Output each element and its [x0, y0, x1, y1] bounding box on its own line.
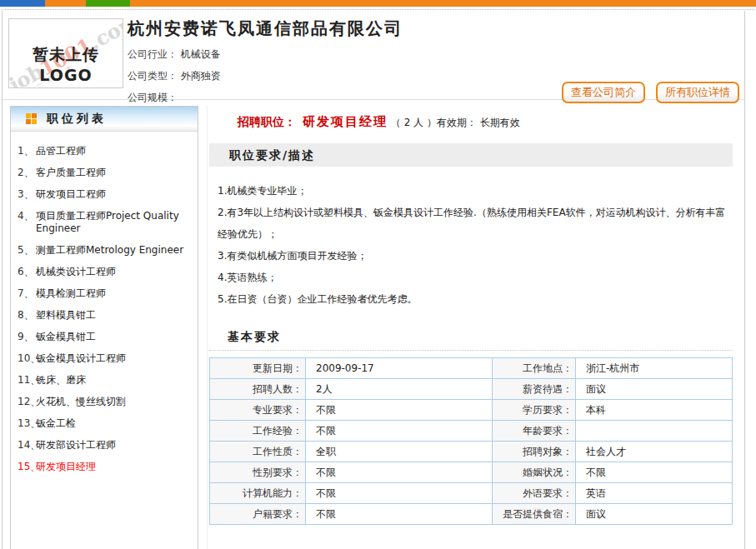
company-logo-placeholder: job1001.com 一览英才 暂未上传LOGO [8, 18, 123, 88]
item-number: 6、 [13, 266, 36, 278]
item-number: 14、 [13, 439, 36, 452]
headcount: （ 2 人 ） [391, 117, 437, 128]
job-list-item[interactable]: 8、塑料模具钳工 [13, 309, 193, 322]
job-list-item[interactable]: 13、钣金工检 [13, 417, 193, 430]
topbar-orange-segment-long [130, 0, 756, 7]
job-title-row: 招聘职位：研发项目经理 （ 2 人 ）有效期： 长期有效 [238, 114, 733, 130]
item-number: 12、 [13, 396, 36, 408]
job-list-item[interactable]: 2、客户质量工程师 [13, 167, 193, 179]
row-label: 学历要求： [493, 400, 576, 421]
row-value: 2人 [306, 379, 493, 400]
row-label: 婚姻状况： [493, 462, 576, 483]
requirement-line: 5.在日资（台资）企业工作经验者优先考虑。 [218, 288, 726, 310]
view-company-profile-button[interactable]: 查看公司简介 [562, 82, 645, 103]
row-value: 不限 [306, 483, 493, 504]
item-number: 1、 [13, 145, 36, 157]
item-number: 7、 [13, 287, 36, 300]
topbar-green-segment [86, 0, 130, 7]
basic-requirements-table: 更新日期： 2009-09-17 工作地点： 浙江-杭州市 招聘人数： 2人 薪… [209, 357, 733, 525]
job-list-item[interactable]: 11、铣床、磨床 [13, 374, 193, 387]
job-list-item-current[interactable]: 15、研发项目经理 [13, 461, 193, 473]
job-list-header: 职位列表 [11, 107, 198, 132]
row-label: 工作地点： [493, 358, 576, 379]
row-value: 面议 [576, 379, 733, 400]
requirements-text: 1.机械类专业毕业； 2.有3年以上结构设计或塑料模具、钣金模具设计工作经验.（… [218, 180, 726, 310]
row-value: 英语 [576, 483, 733, 504]
table-row: 性别要求： 不限 婚姻状况： 不限 [210, 462, 733, 483]
item-number: 8、 [13, 309, 36, 322]
table-row: 工作经验： 不限 年龄要求： [210, 421, 733, 442]
row-value: 浙江-杭州市 [576, 358, 733, 379]
row-label: 外语要求： [493, 483, 576, 504]
row-label: 招聘人数： [210, 379, 306, 400]
job-list-item[interactable]: 14、研发部设计工程师 [13, 439, 193, 452]
job-list-item[interactable]: 12、火花机、慢丝线切割 [13, 396, 193, 408]
row-value: 社会人才 [576, 442, 733, 462]
dotted-divider [209, 350, 733, 351]
row-label: 招聘对象： [493, 442, 576, 462]
row-label: 年龄要求： [493, 421, 576, 442]
row-label: 更新日期： [210, 358, 306, 379]
row-value: 不限 [306, 400, 493, 421]
field-label: 公司类型： [128, 70, 178, 82]
row-label: 工作经验： [210, 421, 306, 442]
row-label: 薪资待遇： [493, 379, 576, 400]
table-row: 户籍要求： 不限 是否提供食宿： 面议 [210, 504, 733, 525]
job-list-item[interactable]: 9、钣金模具钳工 [13, 331, 193, 343]
job-list-item[interactable]: 5、测量工程师Metrology Engineer [13, 244, 193, 257]
topbar-blue-segment [0, 0, 45, 7]
job-list: 1、品管工程师 2、客户质量工程师 3、研发项目工程师 4、项目质量工程师Pro… [11, 132, 198, 473]
item-number: 2、 [13, 167, 36, 179]
job-list-item[interactable]: 3、研发项目工程师 [13, 188, 193, 201]
item-number: 10、 [13, 352, 36, 365]
header-buttons: 查看公司简介 所有职位详情 [555, 82, 739, 103]
main-area: 职位列表 1、品管工程师 2、客户质量工程师 3、研发项目工程师 4、项目质量工… [3, 100, 744, 549]
all-jobs-button[interactable]: 所有职位详情 [656, 82, 739, 103]
item-label: 测量工程师Metrology Engineer [36, 244, 193, 257]
table-row: 专业要求： 不限 学历要求： 本科 [210, 400, 733, 421]
job-list-item[interactable]: 4、项目质量工程师Project Quality Engineer [13, 210, 193, 235]
row-label: 是否提供食宿： [493, 504, 576, 525]
validity-label: 有效期： [437, 117, 477, 128]
row-value [576, 421, 733, 442]
requirement-line: 1.机械类专业毕业； [218, 180, 726, 202]
row-value: 本科 [576, 400, 733, 421]
job-list-title: 职位列表 [47, 112, 107, 127]
row-label: 专业要求： [210, 400, 306, 421]
row-value: 不限 [306, 462, 493, 483]
field-value: 外商独资 [181, 70, 221, 82]
row-value: 不限 [306, 504, 493, 525]
company-name: 杭州安费诺飞凤通信部品有限公司 [128, 17, 744, 40]
page-container: job1001.com 一览英才 暂未上传LOGO 杭州安费诺飞凤通信部品有限公… [2, 11, 745, 549]
row-value: 不限 [306, 421, 493, 442]
company-industry-row: 公司行业： 机械设备 [128, 47, 744, 62]
row-value: 面议 [576, 504, 733, 525]
basic-requirements-title: 基本要求 [228, 330, 733, 345]
item-label: 研发项目经理 [36, 461, 193, 473]
job-list-item[interactable]: 7、模具检测工程师 [13, 287, 193, 300]
item-label: 铣床、磨床 [36, 374, 193, 387]
row-value: 2009-09-17 [306, 358, 493, 379]
item-label: 钣金工检 [36, 417, 193, 430]
row-label: 计算机能力： [210, 483, 306, 504]
topbar-orange-segment [45, 0, 86, 7]
item-label: 钣金模具钳工 [36, 331, 193, 343]
table-row: 更新日期： 2009-09-17 工作地点： 浙江-杭州市 [210, 358, 733, 379]
squares-icon [26, 113, 37, 124]
item-label: 塑料模具钳工 [36, 309, 193, 322]
row-label: 户籍要求： [210, 504, 306, 525]
job-list-item[interactable]: 10、钣金模具设计工程师 [13, 352, 193, 365]
item-label: 机械类设计工程师 [36, 266, 193, 278]
item-number: 4、 [13, 210, 36, 235]
job-list-item[interactable]: 1、品管工程师 [13, 145, 193, 157]
job-list-item[interactable]: 6、机械类设计工程师 [13, 266, 193, 278]
validity-value: 长期有效 [480, 117, 520, 128]
table-row: 计算机能力： 不限 外语要求： 英语 [210, 483, 733, 504]
item-label: 品管工程师 [36, 145, 193, 157]
job-list-sidebar: 职位列表 1、品管工程师 2、客户质量工程师 3、研发项目工程师 4、项目质量工… [10, 106, 198, 549]
table-row: 招聘人数： 2人 薪资待遇： 面议 [210, 379, 733, 400]
item-number: 15、 [13, 461, 36, 473]
item-number: 9、 [13, 331, 36, 343]
item-label: 火花机、慢丝线切割 [36, 396, 193, 408]
top-color-bar [0, 0, 756, 7]
